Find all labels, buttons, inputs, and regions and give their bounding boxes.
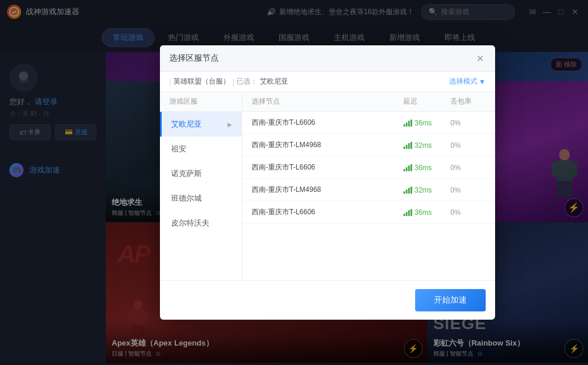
dialog-body: 游戏区服 艾欧尼亚 ▶ 祖安 诺克萨斯 班德尔城 皮尔特沃夫 选择节点 (160, 92, 495, 280)
region-arrow-0: ▶ (228, 121, 232, 128)
region-item-aioni[interactable]: 艾欧尼亚 ▶ (160, 112, 242, 137)
region-item-nuoke[interactable]: 诺克萨斯 (160, 161, 242, 186)
latency-bars-1 (403, 142, 412, 149)
node-row-0[interactable]: 西南-重庆市T-L6606 36ms 0% (242, 112, 495, 134)
node-table-header: 选择节点 延迟 丢包率 (242, 92, 495, 112)
node-table: 选择节点 延迟 丢包率 西南-重庆市T-L6606 36ms 0% (242, 92, 495, 280)
breadcrumb-mode-selector[interactable]: 选择模式 ▼ (449, 77, 486, 87)
col-packet-header: 丢包率 (450, 97, 486, 107)
col-latency-header: 延迟 (403, 97, 450, 107)
node-latency-2: 36ms (403, 164, 450, 172)
breadcrumb-game: 英雄联盟（台服） (173, 77, 230, 87)
node-row-1[interactable]: 西南-重庆市T-LM4968 32ms 0% (242, 134, 495, 157)
breadcrumb-current: 艾欧尼亚 (260, 77, 288, 87)
region-node-dialog: 选择区服节点 ✕ | 英雄联盟（台服） | 已选： 艾欧尼亚 选择模式 ▼ 游戏… (160, 45, 495, 320)
node-row-2[interactable]: 西南-重庆市T-L6606 36ms 0% (242, 157, 495, 179)
node-latency-4: 36ms (403, 208, 450, 217)
breadcrumb-current-label: 已选： (236, 77, 258, 87)
dialog-breadcrumb: | 英雄联盟（台服） | 已选： 艾欧尼亚 选择模式 ▼ (160, 72, 495, 92)
dialog-close-button[interactable]: ✕ (474, 52, 486, 64)
region-list: 游戏区服 艾欧尼亚 ▶ 祖安 诺克萨斯 班德尔城 皮尔特沃夫 (160, 92, 242, 280)
dialog-title: 选择区服节点 (169, 53, 219, 64)
latency-bars-3 (403, 187, 412, 194)
region-item-pite[interactable]: 皮尔特沃夫 (160, 211, 242, 235)
breadcrumb-sep: | (232, 78, 234, 86)
col-node-header: 选择节点 (252, 97, 403, 107)
latency-bars-2 (403, 164, 412, 171)
latency-bars-0 (403, 120, 412, 127)
latency-bars-4 (403, 209, 412, 216)
node-latency-0: 36ms (403, 119, 450, 127)
node-row-4[interactable]: 西南-重庆市T-L6606 36ms 0% (242, 201, 495, 224)
node-latency-3: 32ms (403, 186, 450, 194)
col-region-header: 游戏区服 (169, 97, 232, 107)
region-item-zuoan[interactable]: 祖安 (160, 137, 242, 161)
node-row-3[interactable]: 西南-重庆市T-LM4968 32ms 0% (242, 179, 495, 201)
region-item-bande[interactable]: 班德尔城 (160, 186, 242, 211)
node-latency-1: 32ms (403, 141, 450, 150)
breadcrumb-divider: | (169, 78, 171, 86)
dialog-footer: 开始加速 (160, 280, 495, 320)
dialog-header: 选择区服节点 ✕ (160, 45, 495, 72)
start-accelerate-button[interactable]: 开始加速 (415, 289, 486, 311)
